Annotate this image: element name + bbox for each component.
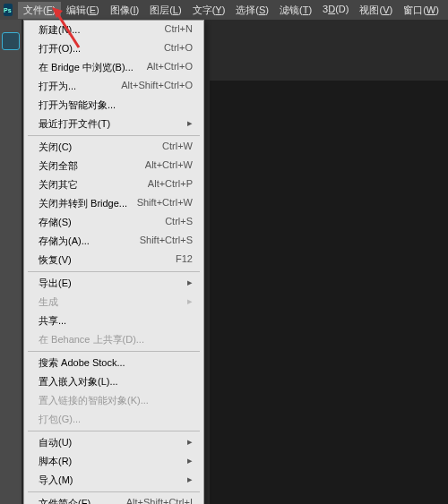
menu-item-label: 打开为... — [39, 80, 76, 93]
menu-item-shortcut: ▸ — [187, 436, 193, 449]
menu-item-label: 在 Bridge 中浏览(B)... — [39, 61, 134, 74]
menu-item-shortcut: Ctrl+O — [164, 42, 193, 56]
menu-item-label: 存储为(A)... — [39, 235, 90, 248]
menu-item[interactable]: 自动(U)▸ — [24, 433, 203, 452]
menu-item[interactable]: 打开为智能对象... — [24, 96, 203, 115]
menu-item-shortcut: ▸ — [187, 474, 193, 487]
menu-item-label: 在 Behance 上共享(D)... — [39, 333, 144, 346]
file-menu-dropdown: 新建(N)...Ctrl+N打开(O)...Ctrl+O在 Bridge 中浏览… — [23, 20, 204, 504]
menu-separator — [28, 431, 200, 431]
menu-item-shortcut: F12 — [176, 253, 193, 267]
menu-item-shortcut: Alt+Ctrl+O — [147, 61, 193, 74]
menu-item: 置入链接的智能对象(K)... — [24, 391, 203, 410]
menu-item[interactable]: 导出(E)▸ — [24, 274, 203, 293]
tool-icon[interactable] — [2, 32, 20, 50]
tool-strip — [0, 20, 22, 504]
menu-item-shortcut: ▸ — [187, 295, 193, 309]
menu-item[interactable]: 恢复(V)F12 — [24, 251, 203, 269]
menu-e[interactable]: 编辑(E) — [61, 2, 105, 19]
menu-item-label: 自动(U) — [39, 436, 72, 449]
menu-item[interactable]: 存储为(A)...Shift+Ctrl+S — [24, 232, 203, 251]
menu-item-shortcut: Shift+Ctrl+S — [140, 235, 193, 248]
menu-separator — [28, 491, 200, 492]
menu-item-label: 置入嵌入对象(L)... — [39, 375, 118, 389]
menu-item[interactable]: 脚本(R)▸ — [24, 452, 203, 471]
menu-item-shortcut: Alt+Ctrl+P — [148, 178, 193, 192]
menu-separator — [28, 135, 200, 136]
menu-item[interactable]: 置入嵌入对象(L)... — [24, 372, 203, 391]
menu-item[interactable]: 文件简介(F)...Alt+Shift+Ctrl+I — [24, 494, 203, 504]
menu-item[interactable]: 关闭全部Alt+Ctrl+W — [24, 157, 203, 175]
menu-item[interactable]: 关闭其它Alt+Ctrl+P — [24, 175, 203, 194]
menu-item-shortcut: Shift+Ctrl+W — [137, 197, 193, 210]
menu-item-label: 导入(M) — [39, 474, 73, 487]
menu-item-label: 打开为智能对象... — [39, 98, 116, 112]
document-panel — [210, 81, 448, 504]
menu-item-label: 新建(N)... — [39, 23, 80, 37]
menu-item-label: 置入链接的智能对象(K)... — [39, 394, 149, 407]
menu-item-shortcut: Ctrl+N — [165, 23, 193, 37]
menu-item-shortcut: ▸ — [187, 455, 193, 468]
menu-s[interactable]: 选择(S) — [230, 2, 274, 19]
menu-item[interactable]: 打开(O)...Ctrl+O — [24, 39, 203, 58]
menu-item[interactable]: 打开为...Alt+Shift+Ctrl+O — [24, 77, 203, 96]
menu-item-label: 文件简介(F)... — [39, 497, 99, 504]
menu-item: 生成▸ — [24, 293, 203, 312]
menu-item-label: 共享... — [39, 314, 66, 328]
menu-item-label: 打包(G)... — [39, 413, 81, 426]
menu-separator — [28, 271, 200, 272]
menu-t[interactable]: 滤镜(T) — [274, 2, 317, 19]
menu-item[interactable]: 关闭(C)Ctrl+W — [24, 138, 203, 157]
menu-item-label: 关闭全部 — [39, 159, 78, 173]
menu-separator — [28, 351, 200, 352]
menu-item-shortcut: Ctrl+W — [162, 141, 193, 154]
menu-item-label: 搜索 Adobe Stock... — [39, 356, 125, 370]
menu-item-shortcut: Ctrl+S — [165, 216, 193, 229]
menu-item-label: 脚本(R) — [39, 455, 72, 468]
menu-item: 打包(G)... — [24, 410, 203, 429]
menu-item-label: 最近打开文件(T) — [39, 117, 110, 131]
menu-item-shortcut: Alt+Shift+Ctrl+O — [121, 80, 193, 93]
menu-w[interactable]: 窗口(W) — [398, 2, 444, 19]
menu-y[interactable]: 文字(Y) — [187, 2, 231, 19]
menu-item-label: 关闭并转到 Bridge... — [39, 197, 127, 210]
menubar: Ps 文件(F)编辑(E)图像(I)图层(L)文字(Y)选择(S)滤镜(T)3D… — [0, 0, 448, 20]
menu-v[interactable]: 视图(V) — [354, 2, 398, 19]
menu-item[interactable]: 导入(M)▸ — [24, 471, 203, 490]
menu-f[interactable]: 文件(F) — [18, 2, 61, 19]
menu-item-label: 存储(S) — [39, 216, 72, 229]
menu-item-label: 关闭(C) — [39, 141, 72, 154]
svg-text:Ps: Ps — [4, 7, 12, 13]
menu-item[interactable]: 共享... — [24, 312, 203, 330]
menu-item[interactable]: 关闭并转到 Bridge...Shift+Ctrl+W — [24, 194, 203, 213]
menu-item: 在 Behance 上共享(D)... — [24, 330, 203, 349]
app-logo: Ps — [4, 4, 13, 16]
menu-item[interactable]: 最近打开文件(T)▸ — [24, 115, 203, 133]
menu-l[interactable]: 图层(L) — [144, 2, 186, 19]
menu-item[interactable]: 新建(N)...Ctrl+N — [24, 21, 203, 39]
menu-item-label: 关闭其它 — [39, 178, 78, 192]
menu-item-shortcut: Alt+Ctrl+W — [145, 159, 193, 173]
menu-item-shortcut: ▸ — [187, 117, 193, 131]
menu-item-label: 导出(E) — [39, 277, 72, 290]
menu-h[interactable]: 帮助(H) — [444, 2, 448, 19]
menu-item[interactable]: 在 Bridge 中浏览(B)...Alt+Ctrl+O — [24, 58, 203, 77]
menu-item[interactable]: 存储(S)Ctrl+S — [24, 213, 203, 232]
menu-item-label: 生成 — [39, 295, 58, 309]
menu-item[interactable]: 搜索 Adobe Stock... — [24, 354, 203, 372]
menu-item-shortcut: ▸ — [187, 277, 193, 290]
menu-item-label: 打开(O)... — [39, 42, 81, 56]
menu-d[interactable]: 3D(D) — [317, 2, 354, 19]
menu-i[interactable]: 图像(I) — [105, 2, 144, 19]
menu-item-label: 恢复(V) — [39, 253, 72, 267]
menu-item-shortcut: Alt+Shift+Ctrl+I — [126, 497, 193, 504]
